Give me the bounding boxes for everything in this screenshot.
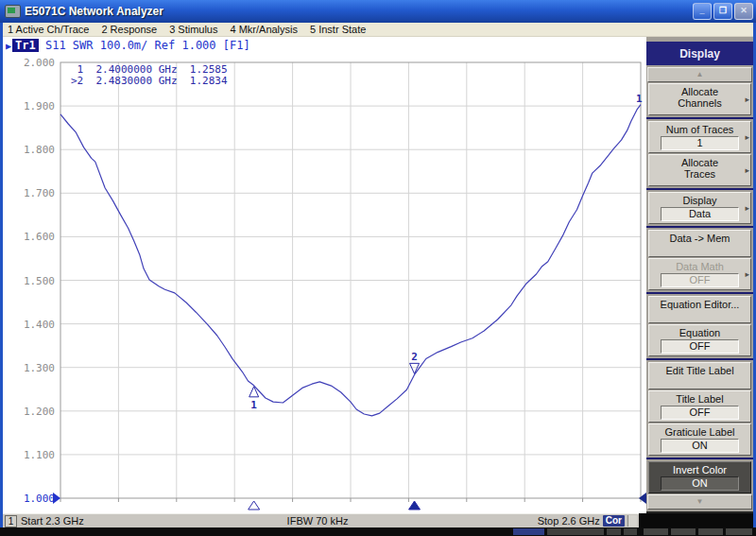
start-frequency-label: Start 2.3 GHz xyxy=(21,515,84,527)
menu-item-5-instr-state[interactable]: 5 Instr State xyxy=(310,24,366,35)
softkey-list: AllocateChannels▸Num of Traces1▸Allocate… xyxy=(646,83,753,494)
correction-status-badge: Cor xyxy=(603,515,625,527)
submenu-arrow-icon: ▸ xyxy=(745,131,749,143)
submenu-arrow-icon: ▸ xyxy=(745,202,749,214)
softkey-label: Display xyxy=(649,195,750,206)
svg-text:1.200: 1.200 xyxy=(24,406,55,418)
softkey-group-separator xyxy=(646,226,753,228)
softkey-equation-editor[interactable]: Equation Editor... xyxy=(648,296,751,323)
softkey-label: Channels xyxy=(649,97,750,109)
softkey-title-label-value: OFF xyxy=(661,406,739,420)
submenu-arrow-icon: ▸ xyxy=(745,268,749,280)
softkey-equation-value: OFF xyxy=(661,339,739,354)
resize-grip[interactable] xyxy=(627,515,637,527)
softkey-label: Num of Traces xyxy=(649,124,750,135)
softkey-label: Equation Editor... xyxy=(649,299,750,310)
chart-area: 2.0001.9001.8001.7001.6001.5001.4001.300… xyxy=(3,37,646,513)
status-bar: 1 Start 2.3 GHz IFBW 70 kHz Stop 2.6 GHz… xyxy=(3,513,639,527)
svg-text:1.000: 1.000 xyxy=(24,493,55,505)
svg-text:2.000: 2.000 xyxy=(24,57,55,69)
svg-text:1.500: 1.500 xyxy=(24,275,55,287)
softkey-num-of-traces-value: 1 xyxy=(661,136,739,150)
softkey-edit-title-label[interactable]: Edit Title Label xyxy=(648,362,751,389)
softkey-label: Data Math xyxy=(649,261,750,272)
softkey-graticule-label[interactable]: Graticule LabelON xyxy=(648,424,751,456)
scroll-down-icon: ▼ xyxy=(696,498,704,506)
softkey-label: Invert Color xyxy=(649,464,750,475)
restore-button[interactable]: ❐ xyxy=(713,3,732,20)
softkey-menu-title: Display xyxy=(646,42,753,65)
close-button[interactable]: ✕ xyxy=(734,3,753,20)
window-title: E5071C Network Analyzer xyxy=(25,5,163,18)
submenu-arrow-icon: ▸ xyxy=(745,94,749,105)
e5071c-window: E5071C Network Analyzer _❐✕ 1 Active Ch/… xyxy=(0,0,756,536)
ref-level-right-icon xyxy=(639,493,646,504)
softkey-display-data-value: Data xyxy=(661,207,739,221)
softkey-data-math[interactable]: Data MathOFF▸ xyxy=(648,258,751,290)
svg-text:2: 2 xyxy=(411,351,418,363)
svg-text:1: 1 xyxy=(250,399,257,411)
softkey-invert-color-value: ON xyxy=(661,476,739,491)
softkey-group-separator xyxy=(646,292,753,294)
chart-svg: 2.0001.9001.8001.7001.6001.5001.4001.300… xyxy=(3,37,646,513)
marker-readout-line-2: >2 2.4830000 GHz 1.2834 xyxy=(71,76,228,87)
menu-item-3-stimulus[interactable]: 3 Stimulus xyxy=(169,24,217,35)
svg-text:1.300: 1.300 xyxy=(24,362,55,374)
scroll-up-button[interactable]: ▲ xyxy=(647,67,752,82)
svg-text:1.600: 1.600 xyxy=(24,231,55,243)
softkey-sidebar: Display ▲ AllocateChannels▸Num of Traces… xyxy=(646,37,753,513)
softkey-filler xyxy=(646,511,753,513)
softkey-data-to-mem[interactable]: Data -> Mem xyxy=(648,230,751,257)
x-axis-ticks xyxy=(60,498,641,502)
softkey-label: Allocate xyxy=(649,86,750,97)
softkey-label: Allocate xyxy=(649,157,750,168)
softkey-title-label[interactable]: Title LabelOFF xyxy=(648,390,751,423)
marker-readout: 1 2.4000000 GHz 1.2585>2 2.4830000 GHz 1… xyxy=(71,64,228,87)
menu-item-2-response[interactable]: 2 Response xyxy=(101,24,157,35)
svg-text:1.100: 1.100 xyxy=(24,449,55,461)
softkey-group-separator xyxy=(646,358,753,360)
ref-level-left-icon xyxy=(53,493,60,504)
softkey-group-separator xyxy=(646,188,753,190)
menu-item-4-mkr-analysis[interactable]: 4 Mkr/Analysis xyxy=(230,24,298,35)
minimize-button[interactable]: _ xyxy=(693,3,712,20)
title-bar: E5071C Network Analyzer _❐✕ xyxy=(0,0,756,23)
graticule xyxy=(60,62,641,498)
menu-bar: 1 Active Ch/Trace2 Response3 Stimulus4 M… xyxy=(3,23,753,37)
scroll-down-button[interactable]: ▼ xyxy=(647,494,752,510)
active-trace-icon: ▶ xyxy=(6,41,11,51)
marker-1[interactable]: 1 xyxy=(249,387,259,411)
window-controls: _❐✕ xyxy=(693,3,753,20)
softkey-data-math-value: OFF xyxy=(661,273,739,287)
softkey-label: Graticule Label xyxy=(649,426,750,438)
softkey-allocate-channels[interactable]: AllocateChannels▸ xyxy=(648,83,751,115)
channel-indicator: 1 xyxy=(5,515,17,527)
app-icon xyxy=(5,5,21,18)
softkey-group-separator xyxy=(646,458,753,459)
svg-text:1.800: 1.800 xyxy=(24,144,55,156)
svg-text:1.700: 1.700 xyxy=(24,187,55,199)
softkey-num-of-traces[interactable]: Num of Traces1▸ xyxy=(648,121,751,153)
svg-text:1.400: 1.400 xyxy=(24,319,55,331)
softkey-equation[interactable]: EquationOFF xyxy=(648,324,751,356)
svg-text:1.900: 1.900 xyxy=(24,100,55,112)
trace-number-label: 1 xyxy=(636,93,643,105)
menu-item-1-active-ch-trace[interactable]: 1 Active Ch/Trace xyxy=(8,24,89,35)
submenu-arrow-icon: ▸ xyxy=(745,164,749,176)
scroll-up-icon: ▲ xyxy=(696,71,704,78)
softkey-label: Title Label xyxy=(649,393,750,405)
stimulus-marker-1[interactable] xyxy=(249,501,260,510)
softkey-label: Data -> Mem xyxy=(649,233,750,244)
stimulus-marker-2[interactable] xyxy=(409,501,421,510)
softkey-display-data[interactable]: DisplayData▸ xyxy=(648,192,751,224)
ifbw-label: IFBW 70 kHz xyxy=(287,515,349,527)
softkey-label: Edit Title Label xyxy=(649,365,750,376)
softkey-group-separator xyxy=(646,117,753,119)
softkey-allocate-traces[interactable]: AllocateTraces▸ xyxy=(648,154,751,186)
softkey-label: Traces xyxy=(649,168,750,180)
softkey-invert-color[interactable]: Invert ColorON xyxy=(648,461,751,493)
front-panel-strip xyxy=(0,527,756,536)
trace-name-chip[interactable]: Tr1 xyxy=(12,39,39,52)
trace-header: ▶ Tr1 S11 SWR 100.0m/ Ref 1.000 [F1] xyxy=(6,39,250,52)
stop-frequency-label: Stop 2.6 GHz xyxy=(538,515,600,527)
